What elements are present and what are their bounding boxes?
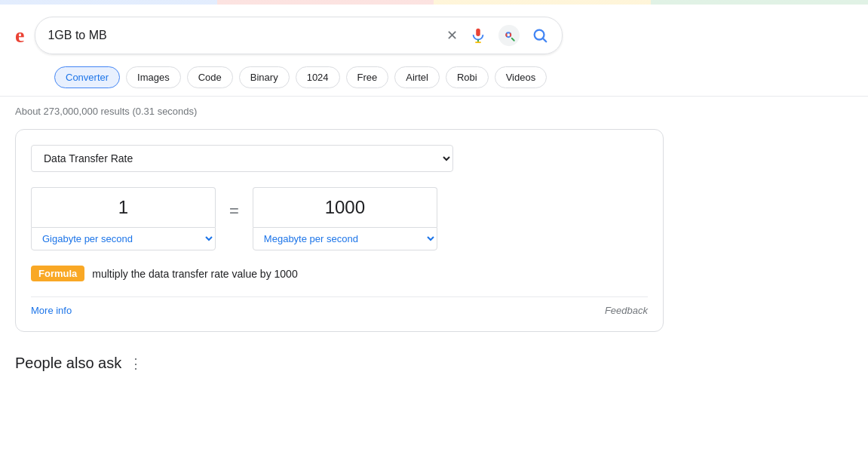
search-input[interactable] (48, 29, 437, 42)
converter-inputs: Gigabyte per secondMegabyte per secondKi… (31, 187, 648, 250)
voice-search-button[interactable] (468, 26, 488, 45)
formula-row: Formula multiply the data transfer rate … (31, 266, 648, 281)
output-unit-select[interactable]: Megabyte per secondGigabyte per secondKi… (253, 227, 437, 250)
chip-videos[interactable]: Videos (495, 66, 547, 88)
chip-converter[interactable]: Converter (54, 66, 120, 88)
search-icons: ✕ (445, 23, 550, 48)
svg-line-5 (512, 38, 514, 41)
chip-1024[interactable]: 1024 (296, 66, 340, 88)
chip-airtel[interactable]: Airtel (394, 66, 440, 88)
more-info-link[interactable]: More info (31, 305, 72, 316)
output-value-field[interactable] (253, 187, 437, 227)
people-also-ask-header: People also ask ⋮ (15, 355, 633, 372)
google-logo: e (15, 23, 24, 48)
converter-card: Data Transfer RateData StorageSpeedLengt… (15, 129, 664, 332)
card-footer: More info Feedback (31, 296, 648, 316)
input-value-field[interactable] (31, 187, 216, 227)
lens-button[interactable] (497, 23, 521, 48)
chip-binary[interactable]: Binary (239, 66, 290, 88)
feedback-link[interactable]: Feedback (605, 305, 648, 316)
chip-code[interactable]: Code (187, 66, 233, 88)
equals-sign: = (226, 201, 242, 221)
svg-line-7 (544, 38, 547, 41)
chip-robi[interactable]: Robi (446, 66, 489, 88)
chip-images[interactable]: Images (126, 66, 181, 88)
category-select-wrap: Data Transfer RateData StorageSpeedLengt… (31, 145, 648, 172)
chips-area: ConverterImagesCodeBinary1024FreeAirtelR… (0, 62, 868, 97)
chip-free[interactable]: Free (346, 66, 389, 88)
input-group-right: Megabyte per secondGigabyte per secondKi… (253, 187, 437, 250)
input-group-left: Gigabyte per secondMegabyte per secondKi… (31, 187, 216, 250)
people-also-ask-section: People also ask ⋮ (0, 347, 649, 379)
results-info: About 273,000,000 results (0.31 seconds) (0, 97, 868, 123)
search-area: e ✕ (0, 5, 868, 62)
more-options-icon[interactable]: ⋮ (129, 355, 143, 372)
lens-icon-wrap (498, 25, 520, 46)
input-unit-select[interactable]: Gigabyte per secondMegabyte per secondKi… (31, 227, 216, 250)
search-box: ✕ (35, 17, 563, 54)
formula-badge: Formula (31, 266, 84, 281)
lens-icon (502, 29, 516, 42)
search-button[interactable] (530, 26, 550, 45)
people-also-ask-heading: People also ask (15, 355, 121, 372)
search-icon (532, 27, 548, 44)
clear-button[interactable]: ✕ (445, 26, 459, 45)
top-color-bar (0, 0, 868, 5)
mic-icon (470, 27, 486, 44)
formula-text: multiply the data transfer rate value by… (92, 268, 297, 280)
category-select[interactable]: Data Transfer RateData StorageSpeedLengt… (31, 145, 453, 172)
svg-rect-0 (477, 29, 481, 36)
